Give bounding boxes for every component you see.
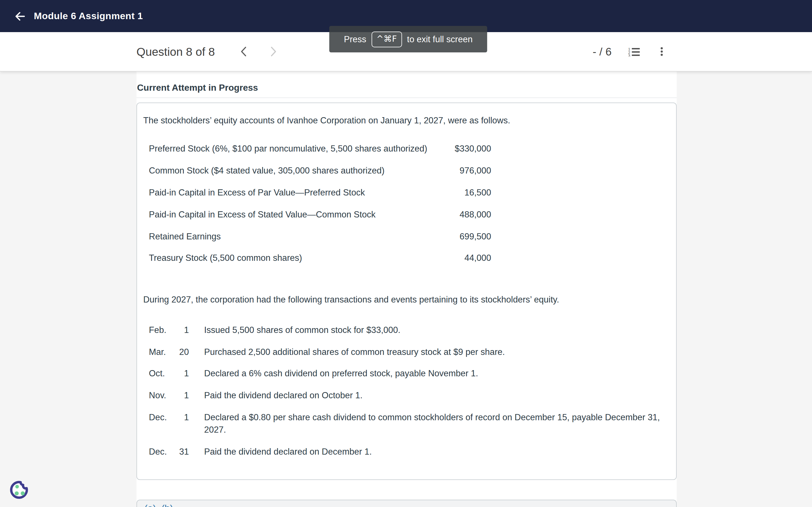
transaction-month: Dec. — [149, 446, 168, 459]
chevron-left-icon — [239, 46, 247, 57]
account-label: Common Stock ($4 stated value, 305,000 s… — [149, 166, 385, 176]
section-title: Current Attempt in Progress — [137, 71, 677, 93]
transaction-row: Dec. 1 Declared a $0.80 per share cash d… — [137, 411, 676, 437]
transaction-description: Issued 5,500 shares of common stock for … — [204, 324, 669, 337]
equity-account-row: Common Stock ($4 stated value, 305,000 s… — [149, 160, 491, 182]
back-arrow-icon[interactable] — [14, 10, 26, 22]
transaction-day: 1 — [168, 389, 189, 402]
equity-account-row: Retained Earnings 699,500 — [149, 225, 491, 247]
question-card: The stockholders’ equity accounts of Iva… — [137, 103, 677, 480]
keyboard-shortcut-badge: ^⌘F — [371, 31, 402, 47]
account-label: Paid-in Capital in Excess of Par Value—P… — [149, 187, 365, 198]
answer-section-link[interactable]: (a), (b) — [144, 503, 173, 507]
account-label: Retained Earnings — [149, 231, 221, 241]
equity-account-row: Treasury Stock (5,500 common shares) 44,… — [149, 247, 491, 269]
next-question-button[interactable] — [266, 44, 281, 59]
chevron-right-icon — [269, 46, 278, 57]
equity-accounts-table: Preferred Stock (6%, $100 par noncumulat… — [149, 138, 491, 269]
transaction-month: Feb. — [149, 324, 168, 337]
kebab-menu-icon — [659, 47, 664, 56]
equity-account-row: Preferred Stock (6%, $100 par noncumulat… — [149, 138, 491, 160]
transaction-description: Declared a $0.80 per share cash dividend… — [204, 411, 669, 437]
transaction-month: Nov. — [149, 389, 168, 402]
transaction-month: Oct. — [149, 368, 168, 380]
transaction-description: Purchased 2,500 additional shares of com… — [204, 346, 669, 358]
account-value: 16,500 — [464, 187, 491, 198]
account-value: 44,000 — [464, 253, 491, 263]
fullscreen-exit-toast: Press ^⌘F to exit full screen — [329, 26, 487, 52]
toast-press-text: Press — [344, 34, 366, 44]
cookie-icon[interactable] — [10, 479, 29, 500]
more-options-button[interactable] — [659, 47, 664, 56]
page: Module 6 Assignment 1 Question 8 of 8 - … — [0, 0, 812, 507]
toast-suffix-text: to exit full screen — [407, 34, 473, 44]
transaction-row: Mar. 20 Purchased 2,500 additional share… — [137, 346, 676, 358]
equity-account-row: Paid-in Capital in Excess of Stated Valu… — [149, 204, 491, 226]
transaction-description: Paid the dividend declared on October 1. — [204, 389, 669, 402]
transaction-row: Oct. 1 Declared a 6% cash dividend on pr… — [137, 368, 676, 380]
transactions-intro: During 2027, the corporation had the fol… — [143, 294, 668, 305]
transaction-row: Feb. 1 Issued 5,500 shares of common sto… — [137, 324, 676, 337]
account-value: $330,000 — [455, 144, 491, 154]
question-list-button[interactable]: 1 2 3 — [628, 47, 640, 56]
transaction-row: Nov. 1 Paid the dividend declared on Oct… — [137, 389, 676, 402]
transaction-day: 1 — [168, 368, 189, 380]
transaction-description: Declared a 6% cash dividend on preferred… — [204, 368, 669, 380]
transaction-row: Dec. 31 Paid the dividend declared on De… — [137, 446, 676, 459]
transaction-day: 1 — [168, 411, 189, 437]
equity-account-row: Paid-in Capital in Excess of Par Value—P… — [149, 182, 491, 204]
score-display: - / 6 — [593, 45, 612, 58]
svg-text:3: 3 — [628, 53, 630, 56]
account-value: 699,500 — [460, 231, 491, 241]
account-value: 488,000 — [460, 210, 491, 220]
numbered-list-icon: 1 2 3 — [628, 47, 640, 56]
account-label: Preferred Stock (6%, $100 par noncumulat… — [149, 144, 427, 154]
section-divider — [137, 98, 677, 98]
previous-question-button[interactable] — [236, 44, 250, 59]
account-label: Paid-in Capital in Excess of Stated Valu… — [149, 210, 375, 220]
transaction-day: 20 — [168, 346, 189, 358]
transaction-month: Mar. — [149, 346, 168, 358]
transactions-list: Feb. 1 Issued 5,500 shares of common sto… — [137, 324, 676, 459]
account-value: 976,000 — [460, 166, 491, 176]
question-intro: The stockholders’ equity accounts of Iva… — [143, 115, 668, 126]
answer-section-card: (a), (b) — [137, 500, 677, 507]
transaction-day: 31 — [168, 446, 189, 459]
question-position: Question 8 of 8 — [137, 45, 215, 58]
assignment-title: Module 6 Assignment 1 — [34, 10, 143, 22]
transaction-month: Dec. — [149, 411, 168, 437]
quiz-content-column: Current Attempt in Progress The stockhol… — [137, 71, 677, 507]
account-label: Treasury Stock (5,500 common shares) — [149, 253, 302, 263]
transaction-day: 1 — [168, 324, 189, 337]
transaction-description: Paid the dividend declared on December 1… — [204, 446, 669, 459]
